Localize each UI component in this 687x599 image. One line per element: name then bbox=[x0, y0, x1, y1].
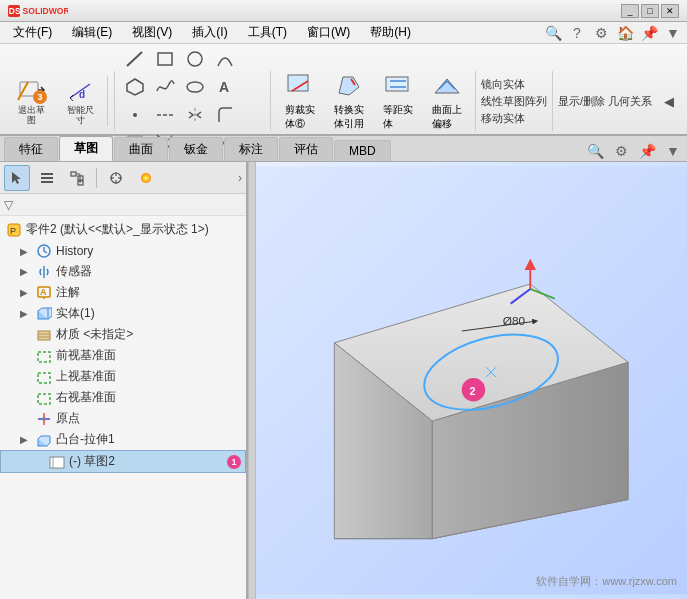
boss-expand[interactable]: ▶ bbox=[20, 434, 32, 445]
tree-item-boss-extrude[interactable]: ▶ 凸台-拉伸1 bbox=[0, 429, 246, 450]
menu-tools[interactable]: 工具(T) bbox=[239, 21, 296, 44]
search-icon[interactable]: 🔍 bbox=[543, 23, 563, 43]
history-expand[interactable]: ▶ bbox=[20, 246, 32, 257]
circle-tool[interactable] bbox=[181, 46, 209, 72]
equal-solid-label: 等距实体 bbox=[383, 103, 413, 131]
options-icon[interactable]: ⚙ bbox=[591, 23, 611, 43]
toolbar-divider-3 bbox=[475, 71, 476, 131]
move-solid-button[interactable]: 移动实体 bbox=[481, 111, 525, 126]
history-label: History bbox=[56, 244, 242, 258]
panel-crosshair-button[interactable] bbox=[103, 165, 129, 191]
equal-solid-button[interactable]: 等距实体 bbox=[375, 78, 421, 124]
surface-offset-label: 曲面上偏移 bbox=[432, 103, 462, 131]
toolbar-expand-icon[interactable]: ◀ bbox=[655, 88, 683, 114]
svg-rect-31 bbox=[71, 172, 76, 176]
menu-insert[interactable]: 插入(I) bbox=[183, 21, 236, 44]
resize-handle[interactable] bbox=[248, 162, 256, 599]
panel-list-button[interactable] bbox=[34, 165, 60, 191]
tab-surface[interactable]: 曲面 bbox=[114, 137, 168, 161]
tree-item-sensor[interactable]: ▶ 传感器 bbox=[0, 261, 246, 282]
tab-search-icon[interactable]: 🔍 bbox=[585, 141, 605, 161]
mirror-tool[interactable] bbox=[181, 102, 209, 128]
tree-item-material[interactable]: ▶ 材质 <未指定> bbox=[0, 324, 246, 345]
centerline-tool[interactable] bbox=[151, 102, 179, 128]
tree-root-label: 零件2 (默认<<默认>_显示状态 1>) bbox=[26, 221, 209, 238]
point-tool[interactable] bbox=[121, 102, 149, 128]
panel-sep-1 bbox=[96, 168, 97, 188]
tab-pin2-icon[interactable]: 📌 bbox=[637, 141, 657, 161]
annotation-expand[interactable]: ▶ bbox=[20, 287, 32, 298]
svg-rect-30 bbox=[41, 181, 53, 183]
tab-sheet-metal[interactable]: 钣金 bbox=[169, 137, 223, 161]
smart-dim-icon-area: d bbox=[64, 76, 96, 104]
panel-color-button[interactable] bbox=[133, 165, 159, 191]
tree-item-solid[interactable]: ▶ 实体(1) bbox=[0, 303, 246, 324]
polygon-tool[interactable] bbox=[121, 74, 149, 100]
sensor-expand[interactable]: ▶ bbox=[20, 266, 32, 277]
spline-tool[interactable] bbox=[151, 74, 179, 100]
menu-edit[interactable]: 编辑(E) bbox=[63, 21, 121, 44]
cut-solid-label: 剪裁实体⑥ bbox=[285, 103, 315, 131]
material-label: 材质 <未指定> bbox=[56, 326, 242, 343]
panel-pointer-button[interactable] bbox=[4, 165, 30, 191]
smart-dim-button[interactable]: d 智能尺寸 bbox=[57, 78, 103, 124]
rect-tool[interactable] bbox=[151, 46, 179, 72]
tab-sketch[interactable]: 草图 bbox=[59, 136, 113, 161]
maximize-button[interactable]: □ bbox=[641, 4, 659, 18]
svg-text:2: 2 bbox=[470, 385, 476, 397]
ellipse-tool[interactable] bbox=[181, 74, 209, 100]
tree-item-sketch2[interactable]: ▶ (-) 草图2 1 bbox=[0, 450, 246, 473]
top-plane-icon bbox=[36, 369, 52, 385]
help-icon[interactable]: ? bbox=[567, 23, 587, 43]
text-tool[interactable]: A bbox=[211, 74, 239, 100]
menu-window[interactable]: 窗口(W) bbox=[298, 21, 359, 44]
3d-scene: Ø80 2 bbox=[256, 162, 687, 599]
surface-offset-button[interactable]: 曲面上偏移 bbox=[424, 78, 470, 124]
panel-collapse-arrow[interactable]: › bbox=[238, 171, 242, 185]
tab-mbd[interactable]: MBD bbox=[334, 140, 391, 161]
tree-item-annotation[interactable]: ▶ A 注解 bbox=[0, 282, 246, 303]
solid-label: 实体(1) bbox=[56, 305, 242, 322]
close-button[interactable]: ✕ bbox=[661, 4, 679, 18]
menu-view[interactable]: 视图(V) bbox=[123, 21, 181, 44]
3d-viewport[interactable]: Ø80 2 软件自学网：www.rjzxw.com bbox=[256, 162, 687, 599]
linear-array-button[interactable]: 线性草图阵列 bbox=[481, 94, 547, 109]
tree-item-history[interactable]: ▶ History bbox=[0, 241, 246, 261]
cut-solid-button[interactable]: 剪裁实体⑥ bbox=[277, 78, 323, 124]
toolbar-group-main: 3 退出草图 d 智能尺寸 bbox=[4, 76, 108, 126]
tree-root-item[interactable]: P 零件2 (默认<<默认>_显示状态 1>) bbox=[0, 218, 246, 241]
exit-sketch-button[interactable]: 3 退出草图 bbox=[8, 78, 54, 124]
pin-icon[interactable]: 📌 bbox=[639, 23, 659, 43]
tab-features[interactable]: 特征 bbox=[4, 137, 58, 161]
tab-customize-icon[interactable]: ⚙ bbox=[611, 141, 631, 161]
tree-item-right-plane[interactable]: ▶ 右视基准面 bbox=[0, 387, 246, 408]
panel-tree-button[interactable] bbox=[64, 165, 90, 191]
show-remove-button[interactable]: 显示/删除 几何关系 bbox=[558, 94, 652, 109]
convert-solid-button[interactable]: 转换实体引用 bbox=[326, 78, 372, 124]
tab-evaluate[interactable]: 评估 bbox=[279, 137, 333, 161]
menu-bar: 文件(F) 编辑(E) 视图(V) 插入(I) 工具(T) 窗口(W) 帮助(H… bbox=[0, 22, 687, 44]
minimize-button[interactable]: _ bbox=[621, 4, 639, 18]
toolbar-divider-2 bbox=[270, 71, 271, 131]
home-icon[interactable]: 🏠 bbox=[615, 23, 635, 43]
front-plane-label: 前视基准面 bbox=[56, 347, 242, 364]
tab-expand2-icon[interactable]: ▼ bbox=[663, 141, 683, 161]
arc-tool[interactable] bbox=[211, 46, 239, 72]
app-logo: DS SOLIDWORKS bbox=[8, 3, 68, 19]
svg-rect-28 bbox=[41, 173, 53, 175]
fillet-tool[interactable] bbox=[211, 102, 239, 128]
tree-item-top-plane[interactable]: ▶ 上视基准面 bbox=[0, 366, 246, 387]
tree-item-front-plane[interactable]: ▶ 前视基准面 bbox=[0, 345, 246, 366]
menu-help[interactable]: 帮助(H) bbox=[361, 21, 420, 44]
tree-item-origin[interactable]: ▶ 原点 bbox=[0, 408, 246, 429]
window-controls[interactable]: _ □ ✕ bbox=[621, 4, 679, 18]
mirror-solid-button[interactable]: 镜向实体 bbox=[481, 77, 525, 92]
origin-label: 原点 bbox=[56, 410, 242, 427]
svg-text:A: A bbox=[40, 287, 47, 297]
line-tool[interactable] bbox=[121, 46, 149, 72]
expand-icon[interactable]: ▼ bbox=[663, 23, 683, 43]
menu-file[interactable]: 文件(F) bbox=[4, 21, 61, 44]
main-content: › ▽ P 零件2 (默认<<默认>_显示状态 1>) ▶ History bbox=[0, 162, 687, 599]
tab-annotation[interactable]: 标注 bbox=[224, 137, 278, 161]
solid-expand[interactable]: ▶ bbox=[20, 308, 32, 319]
